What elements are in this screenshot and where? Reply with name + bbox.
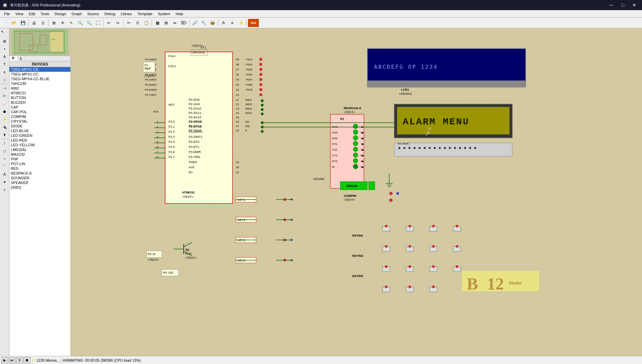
device-item[interactable]: LED-BLUE (9, 128, 70, 133)
block-copy[interactable]: ⊞ (162, 19, 170, 27)
device-item[interactable]: MAX232 (9, 152, 70, 157)
marker-btn[interactable]: + (1, 186, 8, 193)
at89c51-text: <TEXT> (182, 195, 193, 199)
pin-btn[interactable]: ⊢ (1, 92, 8, 100)
cursor-button[interactable]: ↖ (67, 19, 75, 27)
block-move[interactable]: ⇔ (171, 19, 179, 27)
device-item[interactable]: LED-RED (9, 138, 70, 143)
packaging-tool[interactable]: 📦 (208, 19, 216, 27)
device-item[interactable]: BUZZER (9, 100, 70, 105)
prop-assign[interactable]: ≡ (228, 19, 236, 27)
menu-source[interactable]: Source (85, 11, 102, 17)
device-item[interactable]: CRYSTAL (9, 119, 70, 124)
device-item[interactable]: 4082 (9, 86, 70, 91)
tape-rec-btn[interactable]: ⏺ (1, 108, 8, 115)
device-item[interactable]: PNP (9, 157, 70, 161)
device-item[interactable]: LED-GREEN (9, 133, 70, 138)
led-dsr (353, 130, 358, 134)
device-item[interactable]: AT89C51 (9, 91, 70, 95)
menu-design[interactable]: Design (52, 11, 69, 17)
select-mode-btn[interactable]: ↖ (1, 30, 8, 37)
stop-button[interactable]: ⏹ (24, 357, 30, 363)
redo-button[interactable]: ↪ (114, 19, 122, 27)
device-item[interactable]: CAP-POL (9, 110, 70, 114)
device-item[interactable]: RESPACK-8 (9, 171, 70, 176)
device-item[interactable]: 7SEG-MPX1-CA (9, 67, 70, 72)
maximize-button[interactable]: □ (618, 2, 628, 8)
menu-template[interactable]: Template (135, 11, 155, 17)
isis-btn[interactable]: ISIS (248, 19, 259, 27)
junction-btn[interactable]: • (1, 45, 8, 53)
device-item[interactable]: 7SEG-MPX1-CC (9, 72, 70, 77)
menu-debug[interactable]: Debug (102, 11, 118, 17)
zoom-fit-button[interactable]: ⛶ (94, 19, 102, 27)
pin-num-35: 35 (236, 78, 239, 81)
device-item[interactable]: SOUNDER (9, 176, 70, 180)
block-delete[interactable]: ⌦ (180, 19, 188, 27)
zoom-in-button[interactable]: 🔍 (76, 19, 84, 27)
grid-button[interactable]: ⊞ (50, 19, 58, 27)
box-btn[interactable]: □ (1, 147, 8, 155)
line-btn[interactable]: / (1, 140, 8, 147)
symbol-btn[interactable]: ✦ (1, 178, 8, 186)
minimize-button[interactable]: ─ (606, 2, 616, 8)
menu-file[interactable]: File (1, 11, 13, 17)
copy-button[interactable]: ⎘ (133, 19, 142, 27)
graph-btn[interactable]: 📈 (1, 100, 8, 108)
generator-btn[interactable]: ⚡ (1, 116, 8, 123)
menu-edit[interactable]: Edit (26, 11, 38, 17)
menu-tools[interactable]: Tools (38, 11, 52, 17)
subcircuit-btn[interactable]: □ (1, 76, 8, 84)
cut-button[interactable]: ✂ (125, 19, 133, 27)
step-button[interactable]: ⏭ (9, 357, 16, 363)
menu-graph[interactable]: Graph (69, 11, 85, 17)
tab-l[interactable]: L (18, 56, 25, 61)
new-button[interactable]: 📄 (1, 19, 9, 27)
wire-label-btn[interactable]: A (1, 53, 8, 60)
menu-library[interactable]: Library (118, 11, 135, 17)
play-button[interactable]: ▶ (1, 357, 8, 363)
block-select[interactable]: ▦ (153, 19, 161, 27)
canvas-area[interactable]: AT89C51 <TEXT> P0.0/AD0 P0.1/AD1 P0.2/AD… (71, 28, 642, 356)
annotate[interactable]: A (219, 19, 227, 27)
device-item[interactable]: CAP (9, 105, 70, 110)
menu-help[interactable]: Help (173, 11, 186, 17)
device-item[interactable]: 7SEG-MPX4-CC-BLUE (9, 77, 70, 81)
component-mode-btn[interactable]: ⊞ (1, 37, 8, 45)
device-item[interactable]: BUTTON (9, 95, 70, 100)
device-item[interactable]: COMPIM (9, 114, 70, 119)
device-item[interactable]: POT-LIN (9, 161, 70, 166)
device-item[interactable]: 74HC245 (9, 81, 70, 86)
terminal-btn[interactable]: ⊣ (1, 85, 8, 92)
save-button[interactable]: 💾 (19, 19, 27, 27)
device-item[interactable]: LED-YELLOW (9, 143, 70, 147)
origin-button[interactable]: ✛ (59, 19, 67, 27)
text2-btn[interactable]: A (1, 171, 8, 178)
current-probe-btn[interactable]: ⬆ (1, 131, 8, 139)
device-item[interactable]: LM016AL (9, 147, 70, 152)
pause-button[interactable]: ⏸ (16, 357, 23, 363)
tab-p[interactable]: P (9, 56, 18, 61)
device-item[interactable]: SPEAKER (9, 180, 70, 185)
pick-from-lib[interactable]: 🔎 (191, 19, 199, 27)
device-item[interactable]: DIODE (9, 124, 70, 128)
close-button[interactable]: ✕ (629, 2, 639, 8)
circle-btn[interactable]: ○ (1, 155, 8, 162)
text-btn[interactable]: T (1, 61, 8, 68)
arc-btn[interactable]: ⌒ (1, 163, 8, 170)
voltage-probe-btn[interactable]: 🔌 (1, 123, 8, 131)
menu-system[interactable]: System (155, 11, 173, 17)
device-item[interactable]: [4082] (9, 185, 70, 190)
print-button[interactable]: 🖨 (30, 19, 38, 27)
print2-button[interactable]: ⎙ (39, 19, 47, 27)
device-item[interactable]: RES (9, 166, 70, 171)
lcd-rs: RS (398, 142, 401, 145)
undo-button[interactable]: ↩ (105, 19, 113, 27)
menu-view[interactable]: View (13, 11, 26, 17)
bus-btn[interactable]: ≡ (1, 68, 8, 76)
open-button[interactable]: 📂 (10, 19, 18, 27)
paste-button[interactable]: 📋 (142, 19, 150, 27)
make-device[interactable]: 🔧 (200, 19, 208, 27)
zoom-out-button[interactable]: 🔍 (85, 19, 93, 27)
netlist[interactable]: ⚡ (237, 19, 245, 27)
